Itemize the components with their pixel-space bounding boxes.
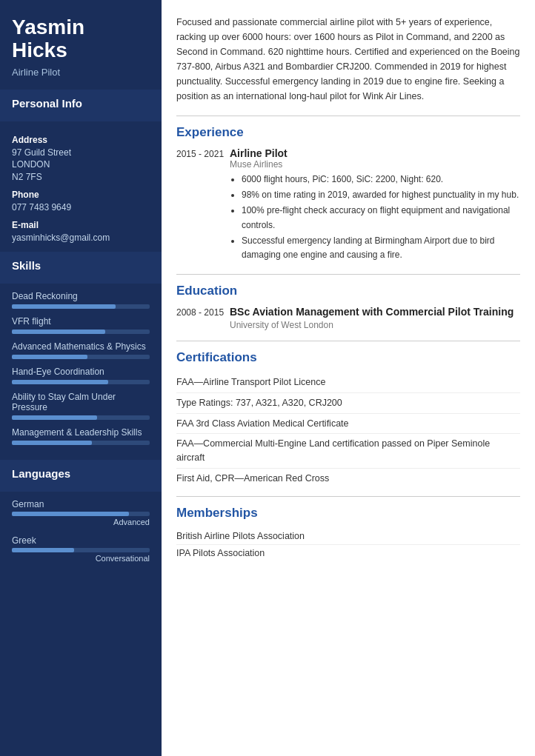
edu-detail: BSc Aviation Management with Commercial … <box>230 306 520 330</box>
skill-name: VFR flight <box>12 316 150 327</box>
certification-item: First Aid, CPR—American Red Cross <box>176 469 520 489</box>
skill-bar-fill <box>12 380 108 384</box>
skill-item: Ability to Stay Calm Under Pressure <box>12 392 150 420</box>
edu-university: University of West London <box>230 320 520 330</box>
personal-info-section: Personal Info <box>0 90 162 121</box>
memberships-divider <box>176 496 520 497</box>
exp-bullets: 6000 flight hours, PiC: 1600, SiC: 2200,… <box>230 173 520 262</box>
experience-container: 2015 - 2021 Airline Pilot Muse Airlines … <box>176 147 520 264</box>
address-line1: 97 Guild Street <box>12 147 150 159</box>
memberships-heading: Memberships <box>176 506 520 521</box>
address-line2: LONDON <box>12 158 150 171</box>
skill-name: Advanced Mathematics & Physics <box>12 341 150 352</box>
skill-bar-fill <box>12 330 105 334</box>
skill-item: Hand-Eye Coordination <box>12 367 150 384</box>
skills-heading: Skills <box>12 259 150 272</box>
language-bar-bg <box>12 512 150 516</box>
exp-date: 2015 - 2021 <box>176 147 230 264</box>
certification-item: FAA 3rd Class Aviation Medical Certifica… <box>176 414 520 435</box>
address-label: Address <box>12 135 150 145</box>
language-name: Greek <box>12 535 150 546</box>
skill-bar-bg <box>12 441 150 445</box>
language-bar-fill <box>12 512 129 516</box>
skill-item: VFR flight <box>12 316 150 334</box>
edu-degree: BSc Aviation Management with Commercial … <box>230 306 520 318</box>
skill-bar-bg <box>12 355 150 359</box>
education-divider <box>176 274 520 275</box>
skill-name: Dead Reckoning <box>12 291 150 301</box>
email-label: E-mail <box>12 220 150 230</box>
exp-detail: Airline Pilot Muse Airlines 6000 flight … <box>230 147 520 264</box>
certification-item: FAA—Commercial Multi-Engine Land certifi… <box>176 434 520 469</box>
certification-item: Type Ratings: 737, A321, A320, CRJ200 <box>176 393 520 414</box>
sidebar-header: Yasmin Hicks Airline Pilot <box>0 0 162 90</box>
language-name: German <box>12 499 150 509</box>
skill-bar-fill <box>12 304 116 309</box>
memberships-list: British Airline Pilots AssociationIPA Pi… <box>176 528 520 561</box>
languages-content: German Advanced Greek Conversational <box>0 492 162 579</box>
skill-name: Hand-Eye Coordination <box>12 367 150 377</box>
skill-item: Management & Leadership Skills <box>12 427 150 445</box>
email-value: yasminhicks@gmail.com <box>12 232 150 244</box>
candidate-title: Airline Pilot <box>12 67 150 78</box>
bullet-item: 100% pre-flight check accuracy on flight… <box>242 204 520 232</box>
personal-info-heading: Personal Info <box>12 97 150 110</box>
languages-heading: Languages <box>12 467 150 480</box>
skill-bar-fill <box>12 355 87 359</box>
education-heading: Education <box>176 284 520 298</box>
skill-name: Ability to Stay Calm Under Pressure <box>12 392 150 412</box>
skill-item: Dead Reckoning <box>12 291 150 309</box>
phone-label: Phone <box>12 190 150 200</box>
membership-item: IPA Pilots Association <box>176 545 520 561</box>
skill-bar-bg <box>12 330 150 334</box>
bullet-item: Successful emergency landing at Birmingh… <box>242 234 520 262</box>
skill-bar-bg <box>12 415 150 420</box>
education-container: 2008 - 2015 BSc Aviation Management with… <box>176 306 520 330</box>
language-item: Greek Conversational <box>12 535 150 563</box>
certifications-heading: Certifications <box>176 350 520 365</box>
skills-section-header: Skills <box>0 252 162 284</box>
exp-company: Muse Airlines <box>230 159 520 170</box>
language-bar-fill <box>12 548 74 552</box>
skill-item: Advanced Mathematics & Physics <box>12 341 150 359</box>
certification-item: FAA—Airline Transport Pilot Licence <box>176 372 520 393</box>
education-row: 2008 - 2015 BSc Aviation Management with… <box>176 306 520 330</box>
skill-bar-bg <box>12 304 150 309</box>
experience-heading: Experience <box>176 125 520 140</box>
phone-value: 077 7483 9649 <box>12 201 150 214</box>
personal-info-content: Address 97 Guild Street LONDON N2 7FS Ph… <box>0 121 162 252</box>
language-level: Advanced <box>12 518 150 526</box>
candidate-name: Yasmin Hicks <box>12 16 150 62</box>
language-item: German Advanced <box>12 499 150 526</box>
skill-bar-bg <box>12 380 150 384</box>
languages-section-header: Languages <box>0 460 162 492</box>
bullet-item: 6000 flight hours, PiC: 1600, SiC: 2200,… <box>242 173 520 187</box>
experience-divider <box>176 116 520 116</box>
language-bar-bg <box>12 548 150 552</box>
edu-date: 2008 - 2015 <box>176 306 230 330</box>
sidebar: Yasmin Hicks Airline Pilot Personal Info… <box>0 0 162 756</box>
experience-row: 2015 - 2021 Airline Pilot Muse Airlines … <box>176 147 520 264</box>
certifications-list: FAA—Airline Transport Pilot LicenceType … <box>176 372 520 489</box>
skill-bar-fill <box>12 415 97 420</box>
bullet-item: 98% on time rating in 2019, awarded for … <box>242 188 520 202</box>
skills-content: Dead Reckoning VFR flight Advanced Mathe… <box>0 284 162 460</box>
skill-name: Management & Leadership Skills <box>12 427 150 438</box>
address-line3: N2 7FS <box>12 171 150 184</box>
membership-item: British Airline Pilots Association <box>176 528 520 545</box>
main-content: Focused and passionate commercial airlin… <box>162 0 535 756</box>
certifications-divider <box>176 341 520 341</box>
exp-job-title: Airline Pilot <box>230 147 520 159</box>
summary-text: Focused and passionate commercial airlin… <box>176 15 520 104</box>
language-level: Conversational <box>12 554 150 563</box>
skill-bar-fill <box>12 441 92 445</box>
